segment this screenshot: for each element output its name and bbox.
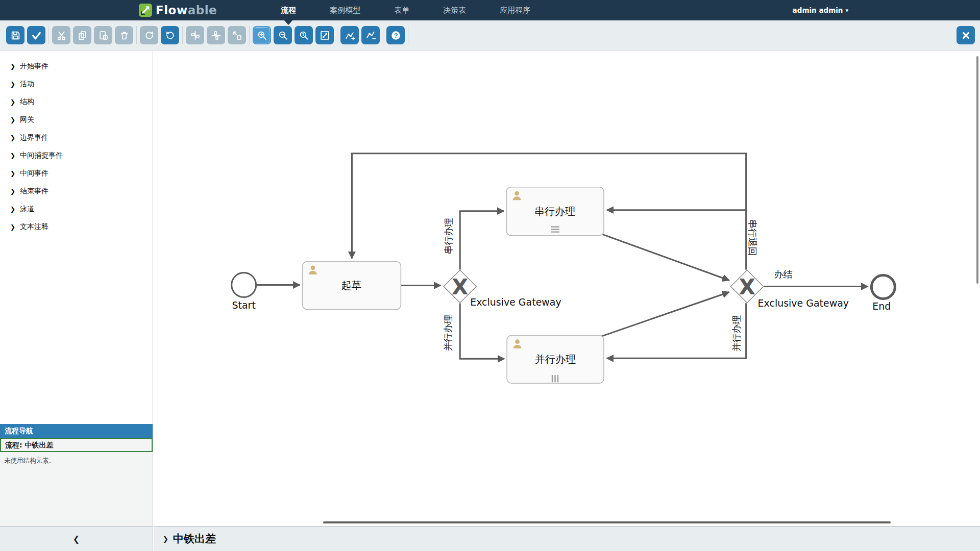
task-parallel-label: 并行办理 [535, 353, 576, 365]
validate-button[interactable] [27, 26, 45, 44]
cut-button[interactable] [52, 26, 70, 44]
gateway1-label: Exclusive Gateway [470, 296, 561, 308]
align-vertical-button[interactable] [207, 26, 225, 44]
add-bendpoint-button[interactable] [340, 26, 359, 44]
palette-item-label: 网关 [20, 115, 34, 124]
copy-icon [77, 30, 88, 41]
delete-button[interactable] [115, 26, 133, 44]
tab-case-models[interactable]: 案例模型 [313, 0, 377, 20]
editor-toolbar: 1? [0, 20, 980, 51]
undo-icon [165, 30, 176, 41]
align-h-icon [190, 30, 201, 41]
gateway-x-icon: X [739, 274, 755, 299]
tab-forms[interactable]: 表单 [377, 0, 426, 20]
zoom-in-icon [257, 30, 267, 41]
flow-parallel-return[interactable] [607, 303, 746, 358]
chevron-right-icon: ❯ [10, 188, 15, 195]
help-button[interactable]: ? [386, 26, 405, 44]
copy-button[interactable] [73, 26, 91, 44]
canvas-horizontal-scrollbar[interactable] [323, 521, 891, 523]
close-editor-button[interactable] [957, 26, 975, 44]
edge-label-to-parallel: 并行办理 [443, 314, 453, 351]
toolbar-group [137, 26, 183, 44]
palette-item-9[interactable]: ❯文本注释 [0, 218, 153, 236]
same-size-button[interactable] [228, 26, 246, 44]
chevron-right-icon: ❯ [10, 63, 15, 70]
palette-item-8[interactable]: ❯泳道 [0, 200, 153, 218]
process-navigator-title: 流程导航 [0, 424, 153, 438]
sidebar-footer: ❮ [0, 526, 153, 551]
process-name[interactable]: 中铁出差 [173, 532, 216, 546]
flowable-logo[interactable]: Flowable [139, 4, 217, 17]
collapse-sidebar-icon[interactable]: ❮ [73, 534, 80, 544]
palette-item-0[interactable]: ❯开始事件 [0, 57, 153, 75]
chevron-right-icon: ❯ [10, 206, 15, 213]
nav-tabs: 流程案例模型表单决策表应用程序 [264, 0, 547, 20]
flowable-logo-icon [139, 4, 152, 17]
palette-item-5[interactable]: ❯中间捕捉事件 [0, 146, 153, 164]
chevron-right-icon: ❯ [163, 535, 168, 543]
save-button[interactable] [6, 26, 24, 44]
user-task-parallel[interactable]: 并行办理 [507, 335, 604, 383]
palette-item-3[interactable]: ❯网关 [0, 111, 153, 129]
save-icon [10, 30, 21, 41]
palette-item-6[interactable]: ❯中间事件 [0, 164, 153, 182]
flow-serial-to-gw2[interactable] [599, 233, 729, 281]
flow-gw1-to-serial[interactable] [460, 211, 504, 270]
palette-item-2[interactable]: ❯结构 [0, 93, 153, 111]
remove-bendpoint-button[interactable] [361, 26, 380, 44]
resize-icon [232, 30, 242, 41]
flow-gw1-to-parallel[interactable] [460, 303, 504, 359]
user-menu[interactable]: admin admin ▾ [793, 6, 848, 14]
zoom-out-button[interactable] [274, 26, 292, 44]
zoom-actual-icon: 1 [299, 30, 309, 41]
palette-item-label: 中间捕捉事件 [20, 151, 63, 160]
edge-label-serial-return: 串行退回 [747, 219, 758, 256]
zoom-in-button[interactable] [253, 26, 271, 44]
palette-item-label: 中间事件 [20, 169, 48, 178]
paste-icon [98, 30, 109, 41]
palette-item-label: 文本注释 [20, 222, 48, 232]
palette-item-label: 开始事件 [20, 62, 48, 71]
close-icon [961, 30, 971, 41]
user-task-draft[interactable]: 起草 [303, 262, 401, 310]
chevron-right-icon: ❯ [10, 116, 15, 123]
toolbar-group: 1 [250, 26, 337, 44]
tab-decision-tables[interactable]: 决策表 [426, 0, 483, 20]
palette-item-7[interactable]: ❯结束事件 [0, 182, 153, 200]
palette-item-label: 边界事件 [20, 133, 48, 142]
user-task-serial[interactable]: 串行办理 [506, 187, 604, 236]
tab-processes[interactable]: 流程 [264, 0, 313, 20]
process-navigator: 流程导航 流程: 中铁出差 未使用结构元素。 [0, 424, 153, 526]
process-navigator-item[interactable]: 流程: 中铁出差 [0, 438, 153, 452]
redo-button[interactable] [140, 26, 158, 44]
tab-apps[interactable]: 应用程序 [483, 0, 547, 20]
undo-button[interactable] [161, 26, 179, 44]
palette-sidebar: ❯开始事件❯活动❯结构❯网关❯边界事件❯中间捕捉事件❯中间事件❯结束事件❯泳道❯… [0, 51, 153, 551]
breadcrumb-bar: ❯ 中铁出差 [154, 526, 980, 551]
flow-parallel-to-gw2[interactable] [600, 292, 729, 337]
delete-icon [119, 30, 130, 41]
top-navbar: Flowable 流程案例模型表单决策表应用程序 admin admin ▾ [0, 0, 980, 20]
shape-palette: ❯开始事件❯活动❯结构❯网关❯边界事件❯中间捕捉事件❯中间事件❯结束事件❯泳道❯… [0, 51, 153, 424]
zoom-actual-button[interactable]: 1 [295, 26, 313, 44]
palette-item-1[interactable]: ❯活动 [0, 75, 153, 93]
zoom-fit-button[interactable] [315, 26, 334, 44]
paste-button[interactable] [94, 26, 112, 44]
palette-item-label: 结构 [20, 97, 34, 107]
start-event-label: Start [232, 299, 256, 311]
end-event-node[interactable] [871, 276, 895, 299]
toolbar-group: ? [383, 26, 408, 44]
task-serial-label: 串行办理 [534, 205, 575, 217]
start-event-node[interactable] [232, 273, 256, 297]
diagram-canvas[interactable]: Start End 起草 串行办理 并行办理 [154, 51, 980, 526]
task-draft-label: 起草 [341, 279, 361, 291]
bendpoint-remove-icon [365, 30, 376, 41]
user-menu-label: admin admin [793, 6, 843, 14]
palette-item-4[interactable]: ❯边界事件 [0, 129, 153, 146]
gateway-x-icon: X [452, 274, 468, 299]
align-horizontal-button[interactable] [186, 26, 204, 44]
canvas-vertical-scrollbar[interactable] [976, 56, 978, 284]
caret-down-icon: ▾ [845, 7, 848, 14]
validate-icon [31, 30, 42, 41]
